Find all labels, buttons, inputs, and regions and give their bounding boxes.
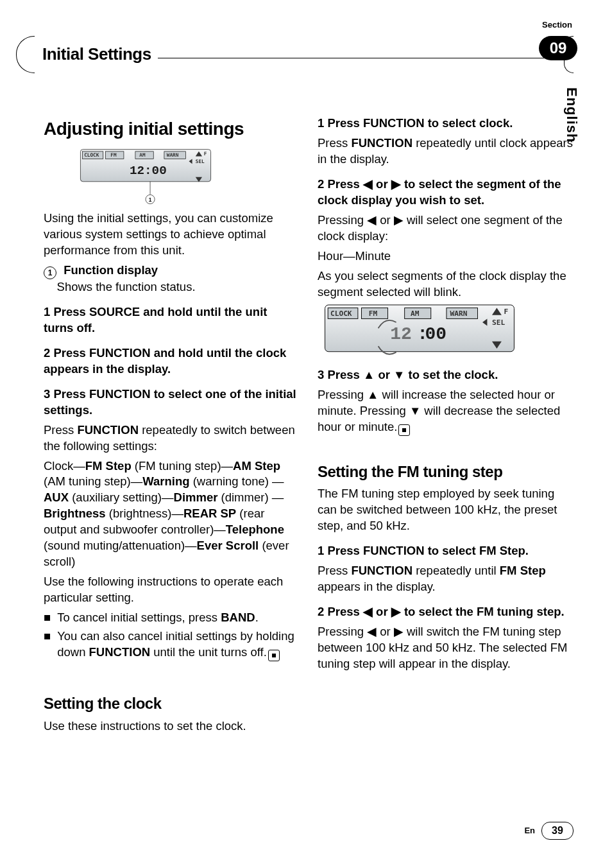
header-title: Initial Settings: [42, 43, 151, 65]
callout-1: 1: [149, 196, 152, 203]
bullet-cancel-function: ■ You can also cancel initial settings b…: [44, 629, 300, 661]
right-step-3: 3 Press ▲ or ▼ to set the clock.: [318, 367, 574, 383]
right-step-3-body: Pressing ▲ will increase the selected ho…: [318, 387, 574, 436]
lcd-time: 12:00: [130, 163, 167, 177]
svg-text:CLOCK: CLOCK: [330, 309, 352, 317]
heading-setting-the-clock: Setting the clock: [44, 693, 300, 714]
footer-lang: En: [524, 825, 535, 837]
right-column: 1 Press FUNCTION to select clock. Press …: [318, 109, 574, 738]
language-tab: English: [562, 87, 581, 143]
heading-adjusting-initial-settings: Adjusting initial settings: [44, 117, 300, 141]
fm-step-2-body: Pressing ◀ or ▶ will switch the FM tunin…: [318, 624, 574, 672]
right-step-1: 1 Press FUNCTION to select clock.: [318, 116, 574, 132]
svg-text:AM: AM: [411, 309, 420, 317]
fm-intro: The FM tuning step employed by seek tuni…: [318, 486, 574, 534]
left-step-2: 2 Press FUNCTION and hold until the cloc…: [44, 345, 300, 378]
left-column: Adjusting initial settings CLOCK FM AM W…: [44, 109, 300, 738]
lcd-sel-label: SEL: [196, 159, 205, 164]
lcd-display-2: CLOCK FM AM WARN F SEL 12 : 00: [318, 304, 522, 358]
bullet-icon: ■: [44, 610, 51, 626]
page-footer: En 39: [0, 822, 612, 840]
svg-text:SEL: SEL: [492, 318, 505, 326]
left-step-3: 3 Press FUNCTION to select one of the in…: [44, 386, 300, 419]
setting-clock-body: Use these instructions to set the clock.: [44, 718, 300, 734]
lcd-am-label: AM: [139, 152, 146, 158]
header-left: Initial Settings: [16, 36, 158, 73]
circled-1-icon: 1: [44, 266, 56, 279]
function-display-body: Shows the function status.: [57, 280, 196, 293]
lcd-f-label: F: [204, 151, 207, 157]
section-number-chip: 09: [539, 36, 577, 60]
heading-fm-tuning-step: Setting the FM tuning step: [318, 462, 574, 482]
post-chain-text: Use the following instructions to operat…: [44, 574, 300, 606]
footer-page-number: 39: [541, 822, 574, 840]
svg-text:F: F: [504, 308, 509, 316]
fm-step-1: 1 Press FUNCTION to select FM Step.: [318, 543, 574, 559]
fm-step-1-body: Press FUNCTION repeatedly until FM Step …: [318, 563, 574, 595]
right-step-2-tail: As you select segments of the clock disp…: [318, 268, 574, 300]
function-display-title: Function display: [64, 263, 158, 277]
lcd-clock-label: CLOCK: [84, 152, 99, 158]
fm-step-2: 2 Press ◀ or ▶ to select the FM tuning s…: [318, 604, 574, 620]
lcd-minutes: 00: [425, 324, 446, 344]
bullet-icon: ■: [44, 629, 51, 661]
intro-text: Using the initial settings, you can cust…: [44, 211, 300, 259]
lcd-fm-label: FM: [110, 152, 117, 158]
lcd-warn-label: WARN: [167, 152, 179, 158]
right-step-2: 2 Press ◀ or ▶ to select the segment of …: [318, 177, 574, 209]
function-display-item: 1 Function display Shows the function st…: [44, 263, 300, 295]
right-step-1-body: Press FUNCTION repeatedly until clock ap…: [318, 135, 574, 168]
left-step-1: 1 Press SOURCE and hold until the unit t…: [44, 304, 300, 336]
svg-text:FM: FM: [369, 309, 378, 317]
right-step-2-list: Hour—Minute: [318, 248, 574, 265]
bullet-cancel-band: ■ To cancel initial settings, press BAND…: [44, 610, 300, 626]
stop-icon: [398, 424, 410, 436]
svg-text:WARN: WARN: [450, 309, 468, 317]
right-step-2-body: Pressing ◀ or ▶ will select one segment …: [318, 213, 574, 245]
lcd-display-1: CLOCK FM AM WARN F SEL 12:00 1: [44, 149, 248, 207]
settings-chain: Clock—FM Step (FM tuning step)—AM Step (…: [44, 458, 300, 571]
header-arc-left: [16, 36, 35, 73]
stop-icon: [268, 650, 280, 661]
section-label: Section: [542, 19, 572, 31]
left-step-3-intro: Press FUNCTION repeatedly to switch betw…: [44, 422, 300, 455]
lcd-hours-dim: 12: [390, 324, 412, 344]
